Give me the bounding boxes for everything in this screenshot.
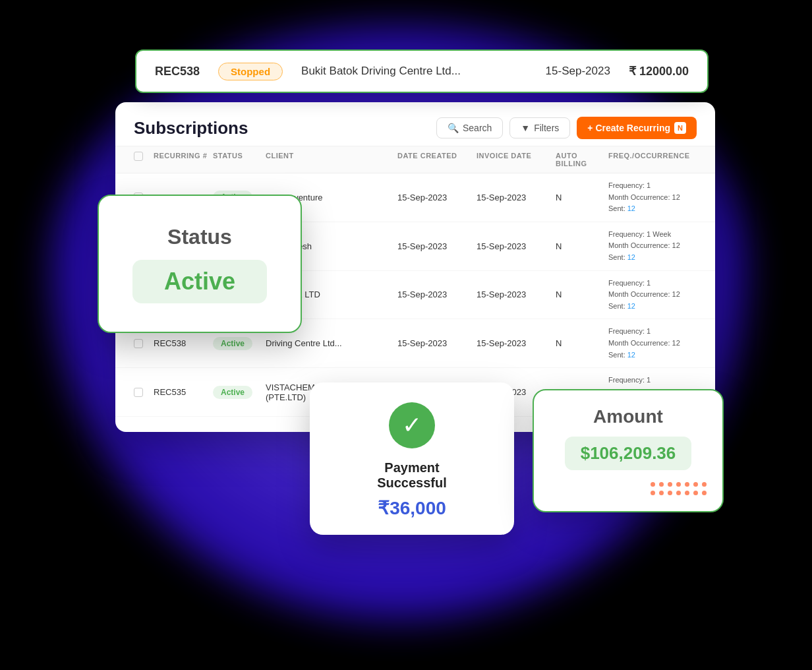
dot [685, 482, 689, 487]
col-status: STATUS [213, 152, 266, 168]
payment-title: PaymentSuccessful [377, 460, 447, 491]
dot [702, 482, 707, 487]
dot [702, 491, 707, 495]
dot [693, 491, 698, 495]
row-auto-billing: N [556, 289, 608, 299]
row-checkbox[interactable] [134, 339, 154, 348]
row-rec-id: REC538 [154, 338, 213, 348]
header-actions: 🔍 Search ▼ Filters + Create Recurring N [436, 117, 697, 139]
create-recurring-button[interactable]: + Create Recurring N [577, 117, 697, 139]
row-freq: Frequency: 1Month Occurrence: 12Sent: 12 [608, 180, 715, 215]
status-popup-card: Status Active [98, 195, 302, 333]
amount-value: $106,209.36 [565, 437, 692, 470]
col-check [134, 152, 154, 168]
subscriptions-header: Subscriptions 🔍 Search ▼ Filters + Creat… [115, 102, 715, 146]
rec-client: Bukit Batok Driving Centre Ltd... [301, 65, 527, 78]
row-invoice-date: 15-Sep-2023 [477, 338, 556, 348]
row-auto-billing: N [556, 241, 608, 251]
dots-row-1 [651, 482, 707, 487]
rec-date: 15-Sep-2023 [546, 65, 610, 78]
row-date-created: 15-Sep-2023 [397, 193, 477, 202]
col-recurring-num: RECURRING # [154, 152, 213, 168]
rec-id: REC538 [155, 65, 200, 78]
dot [685, 491, 689, 495]
page-title: Subscriptions [134, 118, 248, 138]
row-status: Active [213, 337, 266, 350]
row-status: Active [213, 386, 266, 399]
filter-icon: ▼ [521, 123, 530, 133]
check-circle: ✓ [389, 402, 435, 448]
new-badge: N [674, 122, 686, 134]
dot [693, 482, 698, 487]
row-date-created: 15-Sep-2023 [397, 289, 477, 299]
active-status-value: Active [132, 260, 267, 303]
dots-decoration [651, 482, 707, 495]
search-icon: 🔍 [448, 123, 459, 133]
row-invoice-date: 15-Sep-2023 [477, 241, 556, 251]
dot [659, 491, 664, 495]
col-invoice-date: INVOICE DATE [477, 152, 556, 168]
payment-success-card: ✓ PaymentSuccessful ₹36,000 [310, 382, 514, 535]
select-all-checkbox[interactable] [134, 152, 143, 161]
payment-amount: ₹36,000 [378, 497, 446, 519]
dot [651, 482, 655, 487]
row-client: Driving Centre Ltd... [266, 338, 397, 348]
recurring-bar: REC538 Stopped Bukit Batok Driving Centr… [135, 49, 709, 93]
row-date-created: 15-Sep-2023 [397, 241, 477, 251]
col-client: CLIENT [266, 152, 397, 168]
col-freq: FREQ./OCCURRENCE [608, 152, 715, 168]
table-header: RECURRING # STATUS CLIENT DATE CREATED I… [115, 146, 715, 173]
row-auto-billing: N [556, 338, 608, 348]
create-label: + Create Recurring [587, 123, 670, 133]
dots-row-2 [651, 491, 707, 495]
dot [659, 482, 664, 487]
row-checkbox[interactable] [134, 388, 154, 397]
row-freq: Frequency: 1Month Occurrence: 12Sent: 12 [608, 326, 715, 361]
filters-label: Filters [534, 123, 559, 133]
row-freq: Frequency: 1Month Occurrence: 12Sent: 12 [608, 278, 715, 313]
row-auto-billing: N [556, 193, 608, 202]
amount-card: Amount $106,209.36 [533, 389, 724, 512]
dot [676, 491, 681, 495]
dot [668, 482, 672, 487]
stopped-badge: Stopped [218, 63, 283, 80]
search-button[interactable]: 🔍 Search [436, 117, 503, 138]
amount-label: Amount [593, 406, 663, 427]
row-invoice-date: 15-Sep-2023 [477, 193, 556, 202]
checkmark-icon: ✓ [402, 411, 422, 439]
dot [668, 491, 672, 495]
col-auto-billing: AUTO BILLING [556, 152, 608, 168]
col-date-created: DATE CREATED [397, 152, 477, 168]
row-invoice-date: 15-Sep-2023 [477, 289, 556, 299]
search-label: Search [463, 123, 492, 133]
status-label: Status [167, 225, 232, 249]
row-date-created: 15-Sep-2023 [397, 338, 477, 348]
row-freq: Frequency: 1 WeekMonth Occurrence: 12Sen… [608, 229, 715, 264]
row-rec-id: REC535 [154, 387, 213, 397]
filters-button[interactable]: ▼ Filters [509, 117, 570, 138]
rec-amount: ₹ 12000.00 [629, 64, 689, 78]
dot [651, 491, 655, 495]
dot [676, 482, 681, 487]
